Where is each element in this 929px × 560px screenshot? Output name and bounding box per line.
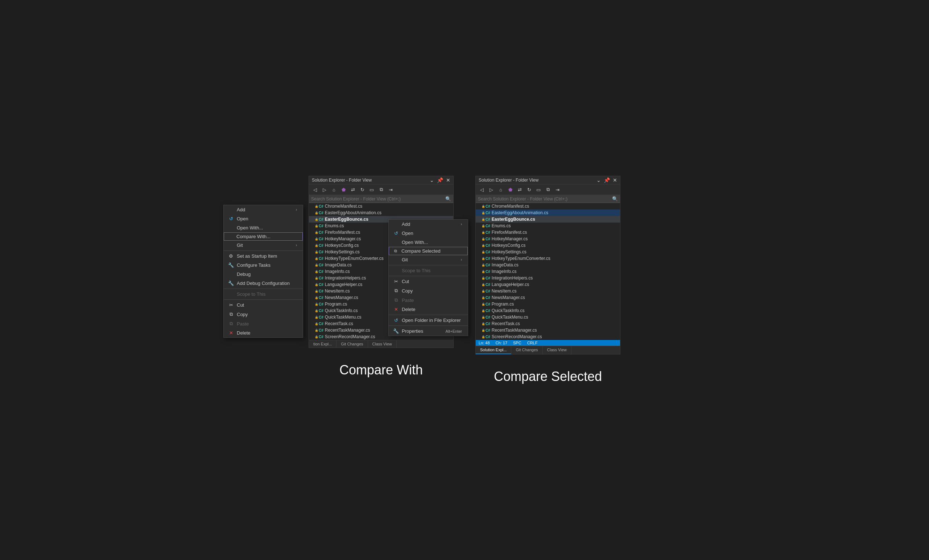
right-status-bar: Ln: 48 Ch: 17 SPC CRLF — [476, 340, 620, 346]
delete-icon: ✕ — [228, 330, 234, 336]
rcut-icon: ✂ — [393, 279, 399, 284]
rfile-recenttask[interactable]: 🔒C# RecentTask.cs — [476, 320, 620, 327]
left-tab-git-changes[interactable]: Git Changes — [337, 340, 368, 347]
refresh-btn[interactable]: ↻ — [358, 185, 366, 194]
left-search-input[interactable] — [311, 196, 444, 202]
left-tab-class-view[interactable]: Class View — [368, 340, 397, 347]
rfile-hotkeysettings[interactable]: 🔒C# HotkeySettings.cs — [476, 249, 620, 255]
rclose-btn[interactable]: ✕ — [613, 177, 617, 183]
rctx-sep1 — [389, 265, 468, 265]
rctx-open[interactable]: ↺ Open — [389, 229, 468, 238]
rfile-chromemanifest[interactable]: 🔒C# ChromeManifest.cs — [476, 203, 620, 210]
rctx-add[interactable]: Add › — [389, 220, 468, 229]
file-chromemanifest[interactable]: 🔒C# ChromeManifest.cs — [309, 203, 453, 210]
rctx-git[interactable]: Git › — [389, 255, 468, 264]
rcollapse-btn[interactable]: ▭ — [535, 185, 543, 194]
cs-icon-hotkeysettings: 🔒C# — [315, 250, 323, 254]
rvs-btn[interactable]: ⬟ — [506, 185, 514, 194]
rfile-firefoxmanifest[interactable]: 🔒C# FirefoxManifest.cs — [476, 229, 620, 236]
rctx-compare-selected[interactable]: ⧉ Compare Selected — [389, 247, 468, 255]
filter-btn[interactable]: ⇥ — [386, 185, 394, 194]
main-layout: Add › ↺ Open Open With... Compare With..… — [0, 176, 929, 384]
collapse-btn[interactable]: ▭ — [368, 185, 376, 194]
rfile-imagedata[interactable]: 🔒C# ImageData.cs — [476, 262, 620, 268]
rsync-btn[interactable]: ⇄ — [516, 185, 524, 194]
rfile-screenrecordmanager[interactable]: 🔒C# ScreenRecordManager.cs — [476, 334, 620, 340]
left-context-menu[interactable]: Add › ↺ Open Open With... Compare With..… — [223, 205, 303, 338]
ctx-open[interactable]: ↺ Open — [224, 214, 303, 223]
rforward-btn[interactable]: ▷ — [487, 185, 495, 194]
rctx-delete[interactable]: ✕ Delete — [389, 305, 468, 314]
home-btn[interactable]: ⌂ — [330, 185, 338, 194]
rfile-quicktaskmenu[interactable]: 🔒C# QuickTaskMenu.cs — [476, 314, 620, 320]
right-tab-solution-explorer[interactable]: Solution Expl... — [476, 346, 511, 354]
vs-btn[interactable]: ⬟ — [339, 185, 347, 194]
rfile-hotkeymanager[interactable]: 🔒C# HotkeyManager.cs — [476, 236, 620, 242]
rfile-hotkeytype[interactable]: 🔒C# HotkeyTypeEnumConverter.cs — [476, 255, 620, 262]
ctx-compare-with[interactable]: Compare With... — [224, 233, 303, 241]
rgit-arrow: › — [461, 258, 462, 262]
rfile-easteregbounce[interactable]: 🔒C# EasterEggBounce.cs — [476, 216, 620, 223]
rctx-properties[interactable]: 🔧 Properties Alt+Enter — [389, 327, 468, 336]
rcs-icon-program: 🔒C# — [481, 302, 490, 306]
new-file-btn[interactable]: ⧉ — [377, 185, 385, 194]
right-context-menu[interactable]: Add › ↺ Open Open With... ⧉ Compare Sele… — [388, 219, 468, 336]
ctx-add[interactable]: Add › — [224, 205, 303, 214]
cs-icon-imageinfo: 🔒C# — [315, 270, 323, 274]
left-tab-solution-explorer[interactable]: tion Expl... — [309, 340, 337, 347]
ctx-copy[interactable]: ⧉ Copy — [224, 309, 303, 319]
rfile-quicktaskinfo[interactable]: 🔒C# QuickTaskInfo.cs — [476, 308, 620, 314]
configure-tasks-icon: 🔧 — [228, 262, 234, 268]
left-se-titlebar: Solution Explorer - Folder View ⌄ 📌 ✕ — [309, 176, 453, 185]
rfile-recenttaskmanager[interactable]: 🔒C# RecentTaskManager.cs — [476, 327, 620, 334]
chevron-down-btn[interactable]: ⌄ — [430, 177, 434, 183]
left-se-title: Solution Explorer - Folder View — [312, 177, 372, 183]
rfile-newsmanager[interactable]: 🔒C# NewsManager.cs — [476, 294, 620, 301]
ctx-delete[interactable]: ✕ Delete — [224, 328, 303, 337]
rnew-file-btn[interactable]: ⧉ — [544, 185, 552, 194]
rctx-copy[interactable]: ⧉ Copy — [389, 286, 468, 295]
rrefresh-btn[interactable]: ↻ — [525, 185, 533, 194]
rctx-open-with[interactable]: Open With... — [389, 238, 468, 247]
cs-icon-integrationhelpers: 🔒C# — [315, 276, 323, 280]
ctx-add-debug[interactable]: 🔧 Add Debug Configuration — [224, 279, 303, 288]
left-se-search[interactable]: 🔍 — [309, 195, 453, 203]
git-arrow: › — [296, 243, 297, 247]
right-search-input[interactable] — [478, 196, 611, 202]
rfile-enums[interactable]: 🔒C# Enums.cs — [476, 223, 620, 229]
right-se-search[interactable]: 🔍 — [476, 195, 620, 203]
rback-btn[interactable]: ◁ — [478, 185, 486, 194]
pin-btn[interactable]: 📌 — [437, 177, 443, 183]
rproperties-shortcut: Alt+Enter — [445, 329, 462, 334]
right-se-titlebar-buttons: ⌄ 📌 ✕ — [596, 177, 617, 183]
ctx-cut[interactable]: ✂ Cut — [224, 300, 303, 309]
right-tab-class-view[interactable]: Class View — [543, 346, 572, 354]
status-ch: Ch: 17 — [496, 341, 507, 345]
rfile-integrationhelpers[interactable]: 🔒C# IntegrationHelpers.cs — [476, 275, 620, 281]
rctx-cut[interactable]: ✂ Cut — [389, 277, 468, 286]
ctx-set-startup[interactable]: ⚙ Set as Startup Item — [224, 251, 303, 261]
ctx-git[interactable]: Git › — [224, 241, 303, 250]
rfilter-btn[interactable]: ⇥ — [553, 185, 561, 194]
left-se-tabbar: tion Expl... Git Changes Class View — [309, 340, 453, 347]
forward-btn[interactable]: ▷ — [320, 185, 328, 194]
rchevron-down-btn[interactable]: ⌄ — [596, 177, 601, 183]
back-btn[interactable]: ◁ — [311, 185, 319, 194]
rfile-hotkeysconfig[interactable]: 🔒C# HotkeysConfig.cs — [476, 242, 620, 249]
ctx-configure-tasks[interactable]: 🔧 Configure Tasks — [224, 261, 303, 270]
rpin-btn[interactable]: 📌 — [604, 177, 610, 183]
sync-btn[interactable]: ⇄ — [349, 185, 357, 194]
ctx-open-with[interactable]: Open With... — [224, 223, 303, 233]
file-eastereggabout[interactable]: 🔒C# EasterEggAboutAnimation.cs — [309, 210, 453, 216]
rfile-imageinfo[interactable]: 🔒C# ImageInfo.cs — [476, 268, 620, 275]
right-se-toolbar: ◁ ▷ ⌂ ⬟ ⇄ ↻ ▭ ⧉ ⇥ — [476, 185, 620, 195]
ctx-debug[interactable]: Debug — [224, 270, 303, 279]
rfile-eastereggabout[interactable]: 🔒C# EasterEggAboutAnimation.cs — [476, 210, 620, 216]
rfile-languagehelper[interactable]: 🔒C# LanguageHelper.cs — [476, 281, 620, 288]
rfile-newsitem[interactable]: 🔒C# NewsItem.cs — [476, 288, 620, 294]
rhome-btn[interactable]: ⌂ — [497, 185, 505, 194]
right-tab-git-changes[interactable]: Git Changes — [511, 346, 543, 354]
close-btn[interactable]: ✕ — [446, 177, 450, 183]
rfile-program[interactable]: 🔒C# Program.cs — [476, 301, 620, 308]
rctx-open-folder[interactable]: ↺ Open Folder in File Explorer — [389, 316, 468, 325]
